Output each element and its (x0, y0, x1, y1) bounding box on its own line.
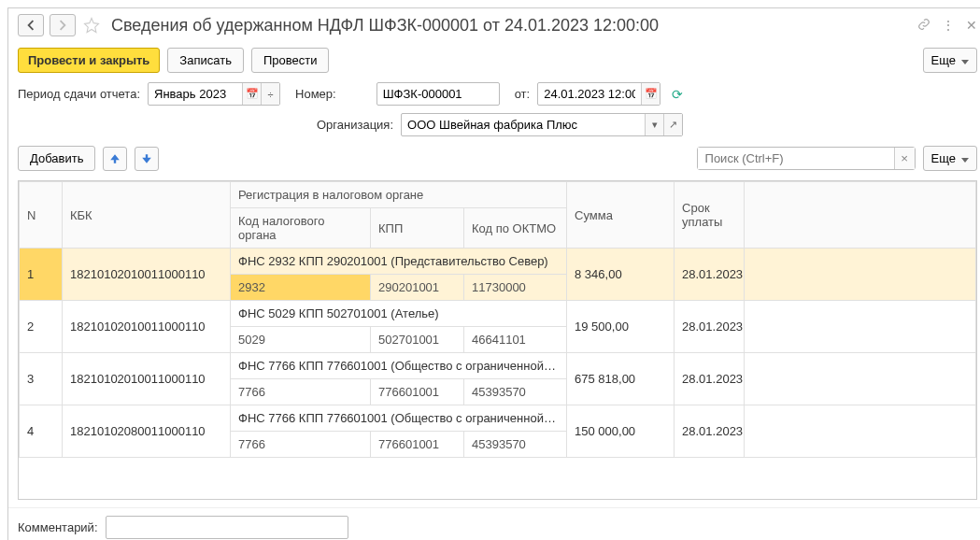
dropdown-icon[interactable]: ▾ (645, 114, 663, 135)
forward-button[interactable] (50, 14, 76, 36)
cell-kpp: 776601001 (371, 432, 464, 458)
back-button[interactable] (18, 14, 44, 36)
col-due[interactable]: Срок уплаты (675, 182, 745, 249)
number-field[interactable] (377, 83, 499, 105)
cell-blank (745, 353, 976, 405)
calendar-icon[interactable]: 📅 (242, 83, 261, 105)
search-input[interactable] (698, 148, 894, 169)
table-row[interactable]: 118210102010011000110ФНС 2932 КПП 290201… (20, 249, 976, 275)
comment-field[interactable] (106, 516, 348, 539)
cell-kbk: 18210102010011000110 (63, 301, 231, 353)
col-sum[interactable]: Сумма (567, 182, 675, 249)
cell-due: 28.01.2023 (675, 249, 745, 301)
cell-reg-full: ФНС 7766 КПП 776601001 (Общество с огран… (231, 353, 567, 379)
chevron-down-icon (959, 53, 969, 67)
cell-sum: 150 000,00 (567, 405, 675, 458)
table-row[interactable]: 418210102080011000110ФНС 7766 КПП 776601… (20, 405, 976, 432)
cell-n: 3 (20, 353, 63, 405)
table-more-button[interactable]: Еще (923, 146, 977, 171)
clear-search-button[interactable]: × (894, 148, 915, 169)
window-title: Сведения об удержанном НДФЛ ШФЗК-000001 … (111, 16, 912, 36)
date-label: от: (515, 87, 531, 101)
link-icon[interactable] (917, 18, 930, 34)
add-button[interactable]: Добавить (18, 146, 95, 171)
cell-oktmo: 11730000 (464, 275, 567, 301)
cell-kbk: 18210102080011000110 (63, 405, 231, 458)
period-label: Период сдачи отчета: (18, 87, 140, 101)
comment-label: Комментарий: (18, 520, 98, 534)
cell-kbk: 18210102010011000110 (63, 353, 231, 405)
col-reg-code[interactable]: Код налогового органа (231, 208, 371, 249)
kebab-icon[interactable]: ⋮ (942, 18, 955, 33)
cell-reg-code: 5029 (231, 327, 371, 353)
cell-due: 28.01.2023 (675, 405, 745, 458)
stepper-icon[interactable]: ÷ (261, 83, 279, 105)
date-field[interactable] (538, 83, 641, 105)
cell-blank (745, 301, 976, 353)
cell-n: 2 (20, 301, 63, 353)
cell-oktmo: 45393570 (464, 432, 567, 458)
period-field[interactable] (149, 83, 242, 105)
cell-reg-full: ФНС 2932 КПП 290201001 (Представительств… (231, 249, 567, 275)
data-grid[interactable]: N КБК Регистрация в налоговом органе Сум… (18, 180, 977, 500)
cell-sum: 8 346,00 (567, 249, 675, 301)
move-up-button[interactable] (103, 147, 127, 171)
cell-kpp: 290201001 (371, 275, 464, 301)
cell-kpp: 776601001 (371, 379, 464, 405)
write-button[interactable]: Записать (167, 48, 244, 73)
cell-oktmo: 45393570 (464, 379, 567, 405)
cell-due: 28.01.2023 (675, 353, 745, 405)
cell-n: 1 (20, 249, 63, 301)
calendar-icon[interactable]: 📅 (641, 83, 660, 105)
cell-reg-code: 7766 (231, 432, 371, 458)
col-oktmo[interactable]: Код по ОКТМО (464, 208, 567, 249)
refresh-icon[interactable]: ⟳ (672, 87, 683, 102)
post-and-close-button[interactable]: Провести и закрыть (18, 48, 160, 73)
post-button[interactable]: Провести (251, 48, 330, 73)
more-button[interactable]: Еще (923, 48, 977, 73)
table-row[interactable]: 218210102010011000110ФНС 5029 КПП 502701… (20, 301, 976, 327)
table-row[interactable]: 318210102010011000110ФНС 7766 КПП 776601… (20, 353, 976, 379)
chevron-down-icon (959, 151, 969, 165)
col-kpp[interactable]: КПП (371, 208, 464, 249)
col-blank (745, 182, 976, 249)
col-n[interactable]: N (20, 182, 63, 249)
favorite-icon[interactable] (81, 15, 102, 36)
cell-blank (745, 249, 976, 301)
col-kbk[interactable]: КБК (63, 182, 231, 249)
cell-reg-full: ФНС 7766 КПП 776601001 (Общество с огран… (231, 405, 567, 432)
cell-blank (745, 405, 976, 458)
cell-reg-code: 2932 (231, 275, 371, 301)
close-icon[interactable]: ✕ (966, 18, 977, 33)
cell-kpp: 502701001 (371, 327, 464, 353)
cell-oktmo: 46641101 (464, 327, 567, 353)
cell-sum: 19 500,00 (567, 301, 675, 353)
cell-due: 28.01.2023 (675, 301, 745, 353)
cell-n: 4 (20, 405, 63, 458)
cell-sum: 675 818,00 (567, 353, 675, 405)
org-label: Организация: (317, 118, 393, 132)
move-down-button[interactable] (135, 147, 159, 171)
org-field[interactable] (402, 114, 645, 135)
open-icon[interactable]: ↗ (663, 114, 682, 135)
col-reg[interactable]: Регистрация в налоговом органе (231, 182, 567, 208)
cell-reg-code: 7766 (231, 379, 371, 405)
number-label: Номер: (295, 87, 336, 101)
cell-kbk: 18210102010011000110 (63, 249, 231, 301)
cell-reg-full: ФНС 5029 КПП 502701001 (Ателье) (231, 301, 567, 327)
